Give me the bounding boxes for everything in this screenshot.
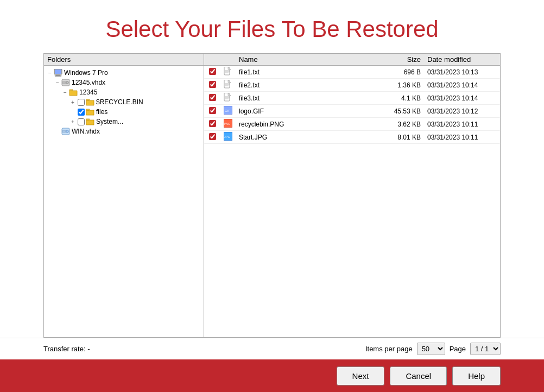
page-label: Page	[450, 345, 466, 353]
file-checkbox[interactable]	[209, 107, 216, 114]
folders-header: Folders	[44, 54, 204, 66]
file-checkbox-cell[interactable]	[204, 79, 220, 92]
col-check	[204, 54, 220, 66]
col-name-header: Name	[236, 54, 381, 66]
file-name: Start.JPG	[236, 131, 381, 144]
items-per-page-select[interactable]: 50 100 200	[417, 343, 445, 355]
table-row: JPG Start.JPG 8.01 KB 03/31/2023 10:11	[204, 131, 500, 144]
file-size: 696 B	[381, 66, 424, 79]
hdd-icon	[61, 78, 70, 87]
transfer-rate-value: -	[87, 345, 90, 353]
expand-winvhd	[54, 128, 61, 135]
file-name: logo.GIF	[236, 105, 381, 118]
table-row: file3.txt 4.1 KB 03/31/2023 10:14	[204, 92, 500, 105]
file-table: Name Size Date modified file1.txt 696 B …	[204, 54, 500, 144]
tree-item-files[interactable]: files	[46, 107, 201, 117]
file-icon-cell: GIF	[220, 105, 236, 118]
next-button[interactable]: Next	[337, 366, 385, 385]
file-icon-cell	[220, 79, 236, 92]
table-row: PNG recyclebin.PNG 3.62 KB 03/31/2023 10…	[204, 118, 500, 131]
file-date: 03/31/2023 10:13	[424, 66, 500, 79]
checkbox-recycle[interactable]	[78, 99, 85, 106]
file-checkbox-cell[interactable]	[204, 131, 220, 144]
folder-icon-system	[86, 117, 94, 126]
file-date: 03/31/2023 10:11	[424, 131, 500, 144]
svg-point-10	[67, 131, 68, 132]
file-icon-cell	[220, 92, 236, 105]
pagination: Items per page 50 100 200 Page 1 / 1	[365, 343, 501, 355]
file-checkbox-cell[interactable]	[204, 105, 220, 118]
tree-label-win7pro: Windows 7 Pro	[64, 69, 108, 77]
expand-system[interactable]: +	[69, 118, 77, 125]
tree-label-winvhd: WIN.vhdx	[72, 128, 100, 135]
file-checkbox[interactable]	[209, 120, 216, 127]
folder-icon-12345	[69, 88, 78, 97]
tree-item-12345vhd[interactable]: − 12345.vhdx	[46, 78, 201, 87]
page-select[interactable]: 1 / 1	[470, 343, 501, 355]
file-date: 03/31/2023 10:14	[424, 92, 500, 105]
file-checkbox-cell[interactable]	[204, 92, 220, 105]
file-size: 8.01 KB	[381, 131, 424, 144]
file-checkbox[interactable]	[209, 133, 216, 140]
file-name: file3.txt	[236, 92, 381, 105]
file-date: 03/31/2023 10:12	[424, 105, 500, 118]
tree-item-win7pro[interactable]: − Windows 7 Pro	[46, 68, 201, 78]
table-row: GIF logo.GIF 45.53 KB 03/31/2023 10:12	[204, 105, 500, 118]
file-size: 1.36 KB	[381, 79, 424, 92]
svg-point-6	[67, 82, 68, 83]
tree-item-12345[interactable]: − 12345	[46, 87, 201, 97]
checkbox-files[interactable]	[78, 109, 85, 116]
svg-rect-2	[55, 75, 61, 77]
checkbox-system[interactable]	[78, 118, 85, 125]
svg-rect-3	[55, 69, 61, 74]
file-date: 03/31/2023 10:14	[424, 79, 500, 92]
file-checkbox[interactable]	[209, 94, 216, 101]
col-fileicon	[220, 54, 236, 66]
tree-label-system: System...	[96, 118, 123, 125]
expand-recycle[interactable]: +	[69, 98, 77, 106]
svg-text:JPG: JPG	[224, 135, 230, 138]
transfer-rate-label: Transfer rate:	[43, 345, 86, 353]
tree-item-winvhd[interactable]: WIN.vhdx	[46, 127, 201, 136]
folder-icon-files	[86, 108, 94, 116]
file-checkbox[interactable]	[209, 81, 216, 88]
expand-files	[69, 108, 77, 116]
svg-text:GIF: GIF	[225, 109, 230, 112]
table-row: file1.txt 696 B 03/31/2023 10:13	[204, 66, 500, 79]
status-bar: Transfer rate: - Items per page 50 100 2…	[0, 338, 544, 359]
file-icon-cell: JPG	[220, 131, 236, 144]
tree-label-recycle: $RECYCLE.BIN	[96, 98, 143, 106]
file-checkbox-cell[interactable]	[204, 66, 220, 79]
file-icon-cell: PNG	[220, 118, 236, 131]
svg-text:PNG: PNG	[224, 122, 230, 125]
tree-label-12345vhd: 12345.vhdx	[72, 79, 105, 86]
transfer-rate: Transfer rate: -	[43, 345, 365, 353]
expand-12345vhd[interactable]: −	[54, 79, 61, 86]
footer: Next Cancel Help	[0, 359, 544, 392]
file-size: 45.53 KB	[381, 105, 424, 118]
expand-win7pro[interactable]: −	[46, 69, 54, 77]
col-size-header: Size	[381, 54, 424, 66]
svg-rect-1	[56, 74, 60, 75]
svg-rect-7	[62, 81, 66, 84]
file-icon-cell	[220, 66, 236, 79]
file-size: 3.62 KB	[381, 118, 424, 131]
tree-label-12345: 12345	[79, 88, 97, 96]
file-checkbox-cell[interactable]	[204, 118, 220, 131]
page-title: Select Your Files To Be Restored	[0, 0, 544, 53]
expand-12345[interactable]: −	[61, 88, 69, 96]
tree-item-recycle[interactable]: + $RECYCLE.BIN	[46, 97, 201, 107]
folder-panel: Folders − Windows 7 Pro − 12345.vhdx	[44, 54, 204, 337]
tree-label-files: files	[96, 108, 107, 116]
folder-icon-recycle	[86, 98, 94, 106]
folder-tree: − Windows 7 Pro − 12345.vhdx −	[44, 66, 204, 138]
items-per-page-label: Items per page	[365, 345, 413, 353]
file-name: recyclebin.PNG	[236, 118, 381, 131]
file-checkbox[interactable]	[209, 68, 216, 75]
help-button[interactable]: Help	[452, 366, 501, 385]
tree-item-system[interactable]: + System...	[46, 117, 201, 127]
cancel-button[interactable]: Cancel	[390, 366, 447, 385]
table-row: file2.txt 1.36 KB 03/31/2023 10:14	[204, 79, 500, 92]
computer-icon	[54, 68, 62, 77]
vhd-icon-win	[61, 127, 70, 136]
